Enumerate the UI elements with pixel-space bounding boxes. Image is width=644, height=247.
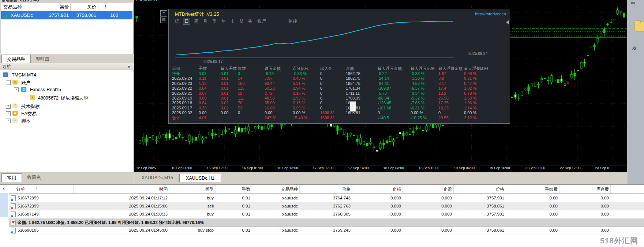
tree-item-3[interactable]: -▤Exness-Real15 [0, 86, 132, 93]
folder-icon[interactable] [634, 22, 644, 31]
tab-tick-chart[interactable]: 即时图 [31, 55, 54, 63]
tab-xauusdc-h1[interactable]: XAUUSDc,H1 [179, 174, 221, 182]
stats-cell: 14 [238, 76, 242, 81]
period-menu-item-周[interactable]: 周 [193, 18, 199, 25]
tab-xauusdc-m15[interactable]: XAUUSDc,M15 [136, 174, 179, 182]
order-cell: 0.01 [203, 196, 250, 200]
time-axis-label: 19 Sep 04:00 [454, 166, 475, 170]
mtdriver-link[interactable]: http://mtdriver.cn [475, 12, 506, 16]
tree-item-2[interactable]: -◎账户 [0, 79, 132, 86]
tree-item-4[interactable]: ●48095672: 缇庡垎璐︽埛 [0, 94, 132, 101]
order-cell: 0.00 [561, 228, 609, 232]
order-cell: 3764.743 [303, 196, 351, 200]
stats-cell: 3.8 [438, 76, 444, 81]
order-cell: 3760.305 [303, 212, 351, 216]
orders-column-header[interactable]: 手数 [206, 187, 250, 192]
stats-row-label: 2025.09.18 [172, 101, 192, 105]
order-cell: 0.000 [404, 196, 452, 200]
period-menu-item-年[interactable]: 年 [220, 18, 227, 25]
tab-symbols[interactable]: 交易品种 [1, 55, 31, 63]
tree-expander-icon[interactable]: + [6, 111, 11, 116]
time-axis-label: 23 Sep 0 [595, 166, 609, 170]
column-header-buy[interactable]: 买价 [71, 3, 96, 11]
period-menu-item-季[interactable]: 季 [211, 18, 218, 25]
orders-column-header[interactable]: 价格 [307, 187, 351, 192]
stats-cell: 15.40 % [293, 116, 307, 120]
tab-favorites[interactable]: 收藏夹 [22, 173, 46, 181]
stats-cell: -6.37 % [411, 86, 424, 91]
tree-item-label: 账户 [21, 80, 30, 86]
stats-cell: 0 [320, 86, 322, 91]
stats-cell: 0.21 % [464, 76, 476, 81]
order-row[interactable]: 5166871492025.09.24 01:30:33buy0.01xauus… [0, 210, 644, 218]
orders-column-header[interactable]: 手续费 [514, 187, 558, 192]
orders-column-header[interactable]: 交易品种 [254, 187, 298, 192]
stats-cell: 2.12 % [464, 116, 476, 120]
order-row[interactable]: 5166981052025.09.24 01:45:00buy stop0.01… [0, 227, 644, 235]
column-header-sell[interactable]: 卖价 [44, 3, 69, 11]
stats-cell: 1.14 % [464, 106, 476, 111]
stats-cell: -5.73 [378, 91, 387, 96]
order-cell: 0.00 [510, 204, 558, 208]
stats-cell: 0.39 [199, 106, 206, 111]
panel-minimize-button[interactable]: − [160, 10, 167, 16]
stats-cell: 0.80 [199, 96, 206, 101]
tab-common[interactable]: 常用 [1, 173, 22, 182]
period-menu-item-日[interactable]: 日 [183, 18, 190, 25]
tree-item-7[interactable]: +≡脚本 [0, 117, 132, 124]
period-menu-item-综[interactable]: 综 [174, 18, 180, 25]
navigator-close-icon[interactable]: × [127, 63, 130, 70]
order-cell: 3758.061 [457, 228, 504, 232]
orders-column-header[interactable]: 止盈 [408, 187, 452, 192]
period-menu-item-M[interactable]: M [239, 19, 244, 24]
period-menu-item-路径[interactable]: 路径 [287, 18, 298, 25]
order-row[interactable]: 5166723992025.09.24 01:15:06sell0.01xauu… [0, 202, 644, 210]
tree-expander-icon[interactable]: + [6, 104, 11, 109]
market-watch-empty-area [1, 19, 134, 54]
symbol-row-xauusdc[interactable]: XAUUSDc 3757.901 3758.061 160 [1, 11, 132, 20]
orders-close-icon[interactable]: x [3, 186, 5, 191]
panel-screenshot-icon[interactable]: ▨ [160, 16, 167, 23]
stats-cell: 16.00 [265, 106, 275, 111]
market-watch-tabs: 交易品种 即时图 [0, 54, 134, 63]
time-axis-label: 18 Sep 03:00 [383, 166, 404, 170]
orders-column-header[interactable]: 订单 [16, 187, 25, 192]
tree-item-1[interactable]: ≡TMGM MT4 [0, 72, 132, 78]
stats-cell: 115 [238, 86, 244, 91]
period-menu-item-账尸[interactable]: 账尸 [256, 18, 267, 25]
period-menu-item-月[interactable]: 月 [202, 18, 209, 25]
spread-value: 160 [99, 11, 118, 20]
accounts-icon: ◎ [12, 80, 18, 85]
stats-cell: 0.03 [199, 71, 206, 76]
order-cell: 0.000 [404, 228, 452, 232]
panel-collapse-arrow-icon[interactable] [506, 20, 509, 25]
stats-cell: 50.23 [265, 86, 275, 91]
stats-column-header: 手数 [199, 66, 207, 71]
stats-column-header: 最大手数 [221, 66, 237, 71]
orders-column-header[interactable]: 库存费 [565, 187, 609, 192]
orders-column-header[interactable]: 时间 [124, 187, 168, 192]
stats-column-header: 出入金 [320, 66, 332, 71]
order-row[interactable]: 5166723592025.09.24 01:17:12buy0.01xauus… [0, 194, 644, 202]
sell-price: 3757.901 [44, 11, 69, 20]
tree-item-5[interactable]: +f技术指标 [0, 103, 132, 109]
column-header-symbol[interactable]: 交易品种 [3, 3, 42, 11]
column-header-spread[interactable]: ! [99, 3, 112, 11]
tree-expander-icon[interactable]: - [6, 80, 11, 85]
orders-column-header[interactable]: 止损 [357, 187, 401, 192]
tree-item-6[interactable]: +◆EA交易 [0, 110, 132, 117]
period-menu-item-巾[interactable]: 巾 [229, 18, 236, 25]
stats-cell: 0 [320, 71, 322, 76]
period-menu-item-备[interactable]: 备 [247, 18, 254, 25]
stats-cell: 1.67 [438, 71, 446, 76]
tree-expander-icon[interactable]: - [14, 87, 19, 92]
orders-column-header[interactable]: 价格 [460, 187, 504, 192]
site-watermark: 518外汇网 [600, 236, 638, 246]
tree-expander-icon[interactable]: + [6, 119, 11, 123]
balance-row[interactable]: 余额: 1 862.75 USC 净值: 1 858.20 已用预付款: 1.8… [9, 218, 644, 227]
mtdriver-panel-title: MTDriver统计 ,V3.25 [175, 11, 219, 18]
stats-cell: -1.30 % [411, 76, 424, 81]
stats-cell: 0 [320, 96, 322, 101]
market-watch-table: 交易品种 卖价 买价 ! XAUUSDc 3757.901 3758.061 1… [1, 3, 134, 20]
time-axis-label: 17 Sep 14:00 [348, 166, 369, 170]
